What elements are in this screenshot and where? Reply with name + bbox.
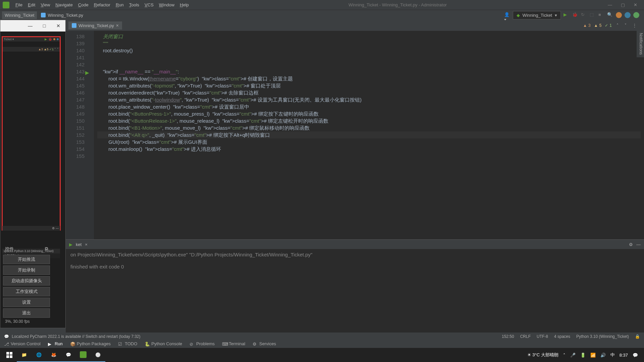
overlay-titlebar[interactable]: — □ ✕	[0, 20, 65, 32]
overlay-button[interactable]: 启动虚拟摄像头	[3, 276, 50, 286]
tray-clock[interactable]: 8:37	[620, 353, 628, 358]
menu-code[interactable]: Code	[75, 1, 91, 9]
notifications-stripe[interactable]: Notifications	[637, 30, 644, 57]
weather-widget[interactable]: ☀ 3°C 大部晴朗	[527, 352, 558, 358]
bottom-tab-services[interactable]: ⚙Services	[253, 341, 276, 346]
status-notif-icon[interactable]: 💬	[4, 334, 9, 339]
editor-tab-active[interactable]: Winning_Ticket.py ×	[68, 21, 122, 29]
svg-rect-0	[6, 352, 9, 355]
taskbar-pycharm-icon[interactable]	[76, 348, 91, 362]
search-icon[interactable]: 🔍	[607, 12, 613, 18]
run-hide-icon[interactable]: —	[636, 242, 641, 247]
inspection-widget[interactable]: ▲ 3 ▲ 5 ✓ 1 ˄ ˅ ⋮	[583, 23, 641, 28]
tray-battery-icon[interactable]: 🔋	[580, 353, 586, 358]
status-lock-icon[interactable]: 🔒	[635, 334, 640, 339]
overlay-maximize-button[interactable]: □	[42, 23, 47, 28]
run-config-selector[interactable]: ◆ Winning_Ticket ▾	[513, 11, 561, 19]
capture-region-rect[interactable]	[2, 36, 61, 231]
svg-rect-1	[10, 352, 12, 355]
warning-count: ▲ 5	[594, 23, 602, 28]
svg-rect-2	[6, 355, 9, 358]
more-icon[interactable]: ⋮	[631, 23, 638, 28]
taskbar-explorer-icon[interactable]: 📁	[17, 348, 32, 362]
tray-ime[interactable]: 中	[610, 352, 615, 358]
taskbar-obs-icon[interactable]: ⚪	[91, 348, 105, 362]
user-add-icon[interactable]: 👤▾	[504, 12, 510, 18]
overlay-section-title: 控件	[5, 246, 14, 252]
bottom-tab-todo[interactable]: ☑TODO	[118, 341, 137, 346]
menu-vcs[interactable]: VCS	[142, 1, 156, 9]
bottom-tab-python-packages[interactable]: 📦Python Packages	[70, 341, 111, 346]
overlay-minimize-button[interactable]: —	[28, 23, 33, 28]
overlay-close-button[interactable]: ✕	[56, 23, 61, 28]
bottom-tab-python-console[interactable]: 🐍Python Console	[145, 341, 182, 346]
run-config-name: ket	[76, 242, 82, 247]
menu-bar: FileEditViewNavigateCodeRefactorRunTools…	[0, 0, 644, 10]
menu-help[interactable]: Help	[177, 1, 192, 9]
tray-volume-icon[interactable]: 🔊	[600, 353, 606, 358]
tray-wifi-icon[interactable]: 📶	[590, 353, 596, 358]
menu-edit[interactable]: Edit	[25, 1, 38, 9]
overlay-button[interactable]: 工作室模式	[3, 287, 50, 296]
debug-button[interactable]: 🐞	[572, 12, 578, 18]
status-eol[interactable]: CRLF	[520, 334, 531, 339]
bottom-tab-version-control[interactable]: ⎇Version Control	[4, 341, 41, 346]
bottom-tab-problems[interactable]: ⊘Problems	[190, 341, 215, 346]
tray-mic-icon[interactable]: 🎤	[570, 353, 576, 358]
tray-notifications-icon[interactable]: 💬	[633, 353, 638, 358]
error-count: ▲ 3	[583, 23, 591, 28]
avatar-icon-1[interactable]	[616, 12, 622, 18]
avatar-icon-3[interactable]	[633, 12, 639, 18]
tray-chevron-icon[interactable]: ˄	[563, 353, 566, 358]
run-rerun-icon[interactable]: ▶	[69, 242, 72, 247]
status-message[interactable]: Localized PyCharm 2022.1 is available //…	[12, 334, 141, 339]
run-close-tab-icon[interactable]: ×	[85, 242, 88, 247]
close-button[interactable]: ✕	[630, 1, 641, 9]
menu-navigate[interactable]: Navigate	[53, 1, 75, 9]
next-highlight-icon[interactable]: ˅	[623, 23, 628, 28]
bottom-tab-terminal[interactable]: ⌨Terminal	[222, 341, 245, 346]
overlay-button[interactable]: 开始推流	[3, 255, 50, 264]
taskbar-firefox-icon[interactable]: 🦊	[46, 348, 61, 362]
start-button[interactable]	[2, 348, 17, 362]
menu-refactor[interactable]: Refactor	[91, 1, 113, 9]
menu-view[interactable]: View	[38, 1, 53, 9]
weak-warning-count: ✓ 1	[605, 23, 612, 28]
editor: Winning_Ticket.py × ▲ 3 ▲ 5 ✓ 1 ˄ ˅ ⋮ 13…	[66, 20, 644, 333]
menu-run[interactable]: Run	[113, 1, 126, 9]
windows-taskbar[interactable]: 📁 🌐 🦊 💬 ⚪ ☀ 3°C 大部晴朗 ˄ 🎤 🔋 📶 🔊 中 8:37 💬	[0, 348, 644, 362]
overlay-popout-icon[interactable]: ⧉	[45, 246, 48, 252]
menu-file[interactable]: File	[13, 1, 25, 9]
status-enc[interactable]: UTF-8	[537, 334, 548, 339]
taskbar-wechat-icon[interactable]: 💬	[61, 348, 76, 362]
main-area: ⊕ ⇅ ⇵ ⚙ — D:\Python Projects\Winni rootk…	[0, 20, 644, 333]
menu-window[interactable]: Window	[156, 1, 177, 9]
system-tray[interactable]: ☀ 3°C 大部晴朗 ˄ 🎤 🔋 📶 🔊 中 8:37 💬	[527, 352, 642, 358]
status-interpreter[interactable]: Python 3.10 (Winning_Ticket)	[576, 334, 629, 339]
maximize-button[interactable]: ▢	[617, 1, 629, 9]
obs-overlay-window: — □ ✕ Ticket ▾ ▶ 🐞 ▲3 ▲5 ✓1 ˄ ˅ ⚙ — spac…	[0, 20, 66, 328]
overlay-button[interactable]: 设置	[3, 298, 50, 307]
run-button[interactable]: ▶	[564, 12, 570, 18]
breadcrumb-root[interactable]: Winning_Ticket	[2, 11, 37, 19]
prev-highlight-icon[interactable]: ˄	[615, 23, 620, 28]
avatar-icon-2[interactable]	[625, 12, 631, 18]
bottom-tab-run[interactable]: ▶Run	[48, 341, 63, 346]
python-file-icon	[72, 23, 76, 28]
overlay-button[interactable]: 退出	[3, 308, 50, 318]
profile-button[interactable]: ⬚	[590, 12, 596, 18]
minimize-button[interactable]: —	[604, 1, 616, 9]
taskbar-chrome-icon[interactable]: 🌐	[32, 348, 46, 362]
breadcrumb-file[interactable]: Winning_Ticket.py	[38, 11, 86, 19]
coverage-button[interactable]: ↻	[581, 12, 587, 18]
overlay-button[interactable]: 开始录制	[3, 265, 50, 275]
status-pos[interactable]: 152:50	[502, 334, 514, 339]
tab-close-icon[interactable]: ×	[116, 23, 119, 28]
run-output[interactable]: on Projects\Winning_Ticket\venv\Scripts\…	[66, 249, 644, 333]
tiny-preview-settings-row: ⚙ —	[2, 226, 60, 231]
run-settings-icon[interactable]: ⚙	[629, 242, 633, 247]
menu-tools[interactable]: Tools	[126, 1, 142, 9]
bottom-tool-tabs: ⎇Version Control▶Run📦Python Packages☑TOD…	[0, 339, 644, 348]
status-indent[interactable]: 4 spaces	[554, 334, 570, 339]
stop-button[interactable]: ■	[598, 12, 604, 18]
